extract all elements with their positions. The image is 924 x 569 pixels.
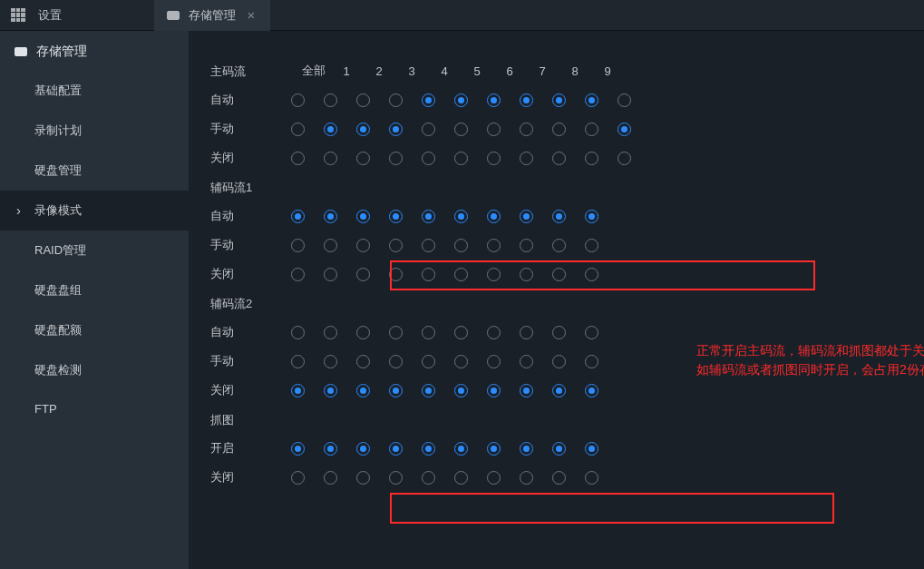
radio[interactable]	[356, 326, 370, 339]
radio[interactable]	[356, 210, 370, 223]
radio[interactable]	[552, 268, 566, 281]
radio[interactable]	[487, 326, 501, 339]
radio[interactable]	[324, 355, 337, 368]
radio[interactable]	[454, 152, 468, 165]
sidebar-item-3[interactable]: 录像模式	[0, 191, 189, 231]
radio[interactable]	[520, 384, 533, 397]
radio[interactable]	[324, 384, 337, 397]
radio[interactable]	[585, 326, 598, 339]
radio[interactable]	[585, 268, 598, 281]
radio[interactable]	[291, 239, 305, 252]
radio[interactable]	[552, 384, 566, 397]
radio[interactable]	[552, 239, 566, 252]
sidebar-item-7[interactable]: 硬盘检测	[0, 350, 189, 390]
radio[interactable]	[618, 123, 631, 136]
radio[interactable]	[422, 355, 435, 368]
radio[interactable]	[585, 384, 598, 397]
radio[interactable]	[552, 123, 566, 136]
radio[interactable]	[356, 268, 370, 281]
radio[interactable]	[422, 384, 435, 397]
radio[interactable]	[520, 442, 533, 456]
radio[interactable]	[487, 152, 501, 165]
radio[interactable]	[291, 123, 305, 136]
radio[interactable]	[324, 210, 337, 223]
radio[interactable]	[487, 239, 501, 252]
radio[interactable]	[520, 239, 533, 252]
sidebar-item-2[interactable]: 硬盘管理	[0, 151, 189, 191]
radio[interactable]	[389, 152, 403, 165]
radio[interactable]	[389, 93, 403, 107]
radio[interactable]	[356, 239, 370, 252]
sidebar-item-4[interactable]: RAID管理	[0, 231, 189, 270]
radio[interactable]	[487, 471, 501, 485]
radio[interactable]	[422, 123, 435, 136]
radio[interactable]	[422, 239, 435, 252]
radio[interactable]	[422, 93, 435, 107]
radio[interactable]	[585, 442, 598, 456]
radio[interactable]	[291, 442, 305, 456]
radio[interactable]	[291, 268, 305, 281]
radio[interactable]	[324, 152, 337, 165]
radio[interactable]	[552, 210, 566, 223]
radio[interactable]	[291, 210, 305, 223]
radio[interactable]	[487, 355, 501, 368]
radio[interactable]	[585, 471, 598, 485]
radio[interactable]	[487, 210, 501, 223]
radio[interactable]	[454, 355, 468, 368]
radio[interactable]	[389, 384, 403, 397]
radio[interactable]	[585, 210, 598, 223]
radio[interactable]	[520, 123, 533, 136]
radio[interactable]	[520, 268, 533, 281]
radio[interactable]	[422, 442, 435, 456]
radio[interactable]	[422, 326, 435, 339]
radio[interactable]	[324, 123, 337, 136]
radio[interactable]	[487, 442, 501, 456]
radio[interactable]	[585, 93, 598, 107]
radio[interactable]	[585, 239, 598, 252]
radio[interactable]	[324, 239, 337, 252]
radio[interactable]	[585, 152, 598, 165]
radio[interactable]	[389, 268, 403, 281]
radio[interactable]	[454, 326, 468, 339]
radio[interactable]	[389, 326, 403, 339]
radio[interactable]	[552, 442, 566, 456]
radio[interactable]	[552, 93, 566, 107]
radio[interactable]	[618, 152, 631, 165]
radio[interactable]	[291, 93, 305, 107]
radio[interactable]	[291, 326, 305, 339]
radio[interactable]	[422, 210, 435, 223]
radio[interactable]	[389, 123, 403, 136]
sidebar-item-0[interactable]: 基础配置	[0, 71, 189, 111]
radio[interactable]	[520, 355, 533, 368]
radio[interactable]	[291, 152, 305, 165]
radio[interactable]	[422, 268, 435, 281]
radio[interactable]	[356, 442, 370, 456]
radio[interactable]	[291, 355, 305, 368]
sidebar-item-5[interactable]: 硬盘盘组	[0, 270, 189, 310]
radio[interactable]	[324, 442, 337, 456]
tab-storage[interactable]: 存储管理	[154, 0, 270, 31]
radio[interactable]	[552, 355, 566, 368]
radio[interactable]	[487, 384, 501, 397]
radio[interactable]	[454, 123, 468, 136]
radio[interactable]	[585, 123, 598, 136]
radio[interactable]	[422, 152, 435, 165]
radio[interactable]	[389, 210, 403, 223]
radio[interactable]	[356, 384, 370, 397]
radio[interactable]	[454, 471, 468, 485]
radio[interactable]	[454, 210, 468, 223]
radio[interactable]	[291, 384, 305, 397]
radio[interactable]	[520, 471, 533, 485]
radio[interactable]	[552, 471, 566, 485]
radio[interactable]	[487, 93, 501, 107]
radio[interactable]	[422, 471, 435, 485]
radio[interactable]	[618, 93, 631, 107]
radio[interactable]	[520, 210, 533, 223]
radio[interactable]	[487, 123, 501, 136]
radio[interactable]	[324, 471, 337, 485]
radio[interactable]	[454, 384, 468, 397]
radio[interactable]	[552, 326, 566, 339]
radio[interactable]	[324, 326, 337, 339]
close-icon[interactable]	[245, 9, 258, 22]
radio[interactable]	[356, 123, 370, 136]
